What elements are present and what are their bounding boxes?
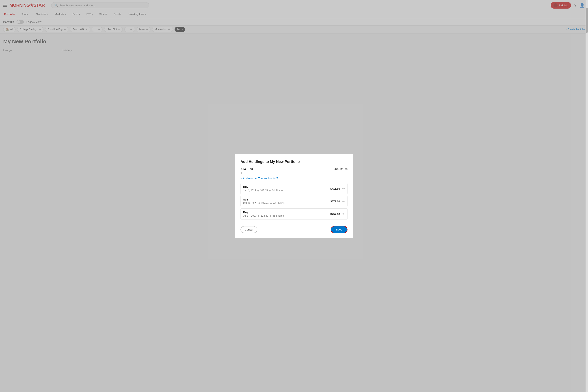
scrollbar[interactable]	[586, 0, 588, 57]
scrollbar-thumb[interactable]	[586, 8, 588, 33]
modal-overlay: Add Holdings to My New Portfolio AT&T In…	[0, 0, 588, 57]
